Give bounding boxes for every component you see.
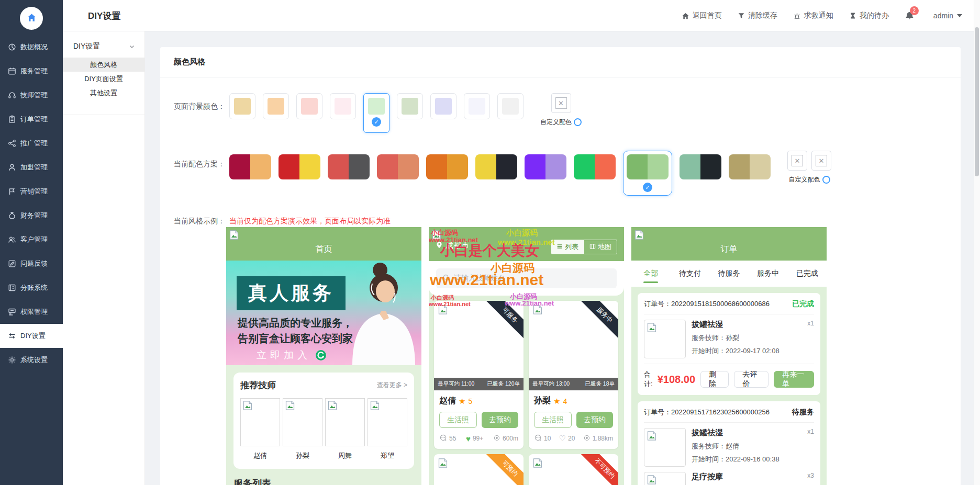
submenu-item-其他设置[interactable]: 其他设置 bbox=[63, 86, 144, 100]
color-scheme-swatch-1[interactable] bbox=[229, 154, 271, 179]
alarm-icon bbox=[793, 12, 801, 20]
banner-cta[interactable]: 立即加入 bbox=[257, 348, 327, 362]
sidebar-item-客户管理[interactable]: 客户管理 bbox=[0, 228, 63, 252]
bg-color-swatch-7[interactable] bbox=[430, 93, 456, 119]
color-scheme-selected[interactable]: ✓ bbox=[623, 151, 672, 196]
order-button-再来一单[interactable]: 再来一单 bbox=[774, 371, 814, 388]
broken-image-icon bbox=[532, 304, 543, 317]
service-name: 足疗按摩 bbox=[692, 472, 723, 482]
sidebar-item-订单管理[interactable]: 订单管理 bbox=[0, 107, 63, 131]
notification-bell-icon[interactable]: 2 bbox=[905, 11, 915, 21]
scheme-custom-radio[interactable] bbox=[822, 176, 830, 184]
broken-image-icon bbox=[438, 458, 448, 470]
color-scheme-swatch-6[interactable] bbox=[475, 154, 517, 179]
color-style-card: 颜色风格 页面背景颜色： ✓ ✕ 自定义配色 当前配色方案： ✓ ✕ ✕ bbox=[160, 47, 961, 485]
technician-card-赵倩[interactable]: 可服务最早可约 11:00已服务 120单赵倩★5生活照去预约55♥99+600… bbox=[434, 301, 524, 449]
submenu-header[interactable]: DIY设置 bbox=[63, 31, 144, 58]
recommended-techs-card: 推荐技师 查看更多 > 赵倩孙梨周舞郑望 bbox=[233, 373, 414, 469]
scheme-custom-color1-box[interactable]: ✕ bbox=[787, 151, 807, 171]
page-scrollbar[interactable] bbox=[974, 0, 980, 485]
life-photo-button[interactable]: 生活照 bbox=[439, 412, 477, 428]
like-button[interactable]: ♡20 bbox=[559, 434, 575, 443]
sidebar-item-系统设置[interactable]: 系统设置 bbox=[0, 348, 63, 372]
sidebar-item-label: 推广管理 bbox=[20, 139, 48, 148]
bg-color-swatch-8[interactable] bbox=[464, 93, 490, 119]
service-name: 拔罐祛湿 bbox=[692, 428, 723, 438]
order-button-去评价[interactable]: 去评价 bbox=[734, 371, 769, 388]
technician-item-赵倩[interactable]: 赵倩 bbox=[240, 398, 280, 460]
order-button-删除[interactable]: 删除 bbox=[700, 371, 729, 388]
sidebar-item-加盟管理[interactable]: 加盟管理 bbox=[0, 155, 63, 179]
color-scheme-swatch-5[interactable] bbox=[426, 154, 468, 179]
technician-card-孙梨[interactable]: 服务中最早可约 13:00已服务 18单孙梨★4生活照去预约10♡201.88k… bbox=[529, 301, 618, 449]
topbar-action-我的待办[interactable]: 我的待办 bbox=[849, 11, 889, 20]
bg-color-swatch-5[interactable]: ✓ bbox=[363, 93, 389, 133]
preview-orders: 订单 全部待支付待服务服务中已完成 订单号：202209151815000686… bbox=[631, 227, 827, 485]
scheme-custom-color2-box[interactable]: ✕ bbox=[811, 151, 831, 171]
chat-icon bbox=[439, 434, 447, 443]
scheme-row: ✓ bbox=[229, 151, 778, 196]
start-time: 开始时间：2022-09-17 02:08 bbox=[692, 346, 814, 356]
sidebar-item-问题反馈[interactable]: 问题反馈 bbox=[0, 252, 63, 276]
sidebar-item-服务管理[interactable]: 服务管理 bbox=[0, 59, 63, 83]
logo[interactable] bbox=[0, 0, 63, 35]
order-card: 订单号：20220915181500068600000686已完成拔罐祛湿x1服… bbox=[638, 293, 820, 395]
technician-search-input[interactable]: 请输入技师姓名 bbox=[436, 268, 617, 288]
see-more-link[interactable]: 查看更多 > bbox=[377, 381, 407, 390]
submenu-item-DIY页面设置[interactable]: DIY页面设置 bbox=[63, 72, 144, 86]
technician-card-partial[interactable]: 不可预约 bbox=[529, 454, 618, 485]
topbar-action-清除缓存[interactable]: 清除缓存 bbox=[738, 11, 777, 20]
bg-custom-radio[interactable] bbox=[574, 118, 582, 126]
service-list-title: 服务列表 bbox=[233, 477, 414, 485]
color-scheme-swatch-3[interactable] bbox=[328, 154, 370, 179]
color-scheme-swatch-8[interactable] bbox=[574, 154, 616, 179]
bg-color-swatch-4[interactable] bbox=[330, 93, 356, 119]
bg-custom-color-box[interactable]: ✕ bbox=[551, 93, 571, 113]
color-scheme-swatch-2[interactable] bbox=[279, 154, 320, 179]
color-scheme-swatch-11[interactable] bbox=[729, 154, 771, 179]
color-scheme-swatch-9[interactable] bbox=[627, 154, 669, 179]
topbar-action-求救通知[interactable]: 求救通知 bbox=[793, 11, 833, 20]
bg-color-row: ✓ bbox=[229, 93, 531, 133]
user-menu[interactable]: admin bbox=[933, 12, 962, 20]
bg-color-swatch-2[interactable] bbox=[263, 93, 289, 119]
technician-card-partial[interactable]: 可预约 bbox=[434, 454, 524, 485]
bg-color-swatch-9[interactable] bbox=[497, 93, 524, 119]
bg-color-swatch-6[interactable] bbox=[397, 93, 423, 119]
order-tab-待支付[interactable]: 待支付 bbox=[671, 261, 710, 287]
like-button[interactable]: ♥99+ bbox=[466, 434, 483, 443]
order-tab-全部[interactable]: 全部 bbox=[631, 261, 671, 287]
sidebar-item-推广管理[interactable]: 推广管理 bbox=[0, 131, 63, 155]
sidebar-item-label: 权限管理 bbox=[20, 307, 48, 317]
color-scheme-swatch-7[interactable] bbox=[525, 154, 566, 179]
sidebar-item-数据概况[interactable]: 数据概况 bbox=[0, 35, 63, 59]
life-photo-button[interactable]: 生活照 bbox=[534, 412, 572, 428]
book-button[interactable]: 去预约 bbox=[482, 412, 518, 428]
sidebar-item-技师管理[interactable]: 技师管理 bbox=[0, 83, 63, 107]
submenu-item-颜色风格[interactable]: 颜色风格 bbox=[63, 58, 144, 72]
book-button[interactable]: 去预约 bbox=[576, 412, 613, 428]
technician-item-孙梨[interactable]: 孙梨 bbox=[283, 398, 322, 460]
sidebar-item-权限管理[interactable]: 权限管理 bbox=[0, 300, 63, 324]
order-card: 订单号：20220915171623025600000256待服务拔罐祛湿x1服… bbox=[638, 401, 820, 485]
bg-color-swatch-3[interactable] bbox=[296, 93, 322, 119]
technician-item-周舞[interactable]: 周舞 bbox=[325, 398, 365, 460]
sidebar-item-label: 加盟管理 bbox=[20, 163, 48, 172]
order-tab-服务中[interactable]: 服务中 bbox=[749, 261, 788, 287]
color-scheme-swatch-10[interactable] bbox=[680, 154, 721, 179]
bg-color-swatch-1[interactable] bbox=[229, 93, 255, 119]
order-tab-待服务[interactable]: 待服务 bbox=[709, 261, 749, 287]
topbar-action-返回首页[interactable]: 返回首页 bbox=[682, 11, 722, 20]
scrollbar-thumb[interactable] bbox=[975, 27, 979, 176]
technician-item-郑望[interactable]: 郑望 bbox=[368, 398, 407, 460]
sidebar-item-财务管理[interactable]: 财务管理 bbox=[0, 204, 63, 228]
sidebar-item-营销管理[interactable]: 营销管理 bbox=[0, 179, 63, 204]
list-view-toggle[interactable]: 列表 bbox=[551, 240, 584, 254]
map-view-toggle[interactable]: 地图 bbox=[584, 240, 617, 254]
color-scheme-swatch-4[interactable] bbox=[377, 154, 419, 179]
order-tab-已完成[interactable]: 已完成 bbox=[787, 261, 827, 287]
city-selector[interactable]: 成都市 bbox=[436, 241, 469, 251]
sidebar-item-label: 问题反馈 bbox=[20, 259, 48, 268]
sidebar-item-DIY设置[interactable]: DIY设置 bbox=[0, 324, 63, 348]
sidebar-item-分账系统[interactable]: 分账系统 bbox=[0, 276, 63, 300]
